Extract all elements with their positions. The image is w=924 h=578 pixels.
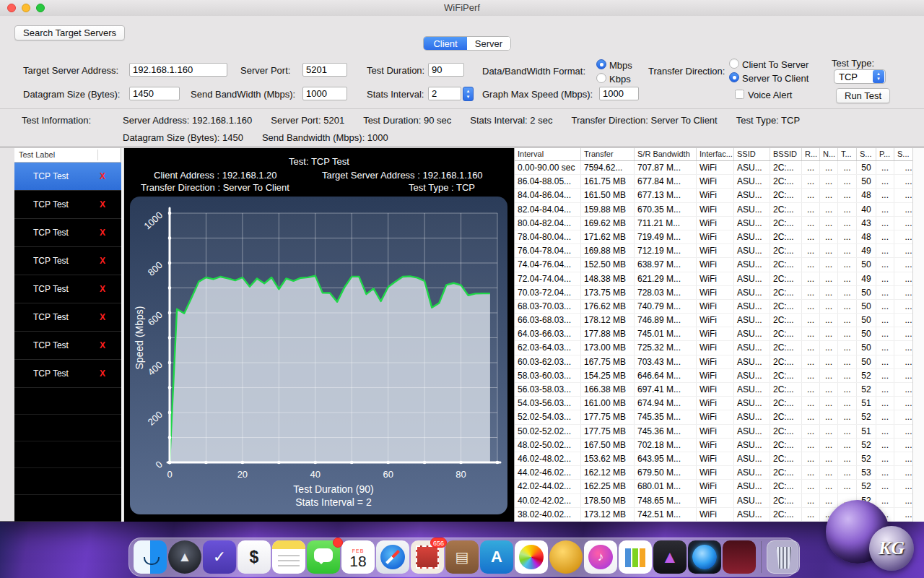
run-test-button[interactable]: Run Test: [836, 88, 890, 103]
table-row[interactable]: 72.04-74.04...148.38 MB621.29 M...WiFiAS…: [515, 272, 912, 286]
radio-mbps[interactable]: [596, 59, 606, 69]
delete-test-x[interactable]: X: [100, 368, 105, 379]
stats-interval-stepper[interactable]: ▲▼: [463, 87, 474, 101]
table-row[interactable]: 60.03-62.03...167.75 MB703.43 M...WiFiAS…: [515, 355, 912, 369]
table-row[interactable]: 42.02-44.02...162.25 MB680.01 M...WiFiAS…: [515, 480, 912, 493]
dock-stamp-app-icon[interactable]: 656: [411, 540, 444, 574]
dock-calendar-icon[interactable]: FEB18: [341, 540, 375, 574]
table-row[interactable]: 86.04-88.05...161.75 MB677.84 M...WiFiAS…: [515, 175, 912, 189]
column-header[interactable]: S...: [894, 148, 912, 160]
table-row[interactable]: 76.04-78.04...169.88 MB712.19 M...WiFiAS…: [515, 244, 912, 258]
dock-finance-app-icon[interactable]: $: [237, 540, 271, 574]
dock-photos-icon[interactable]: [515, 540, 548, 574]
test-list-item[interactable]: TCP TestX: [14, 303, 121, 332]
voice-alert-checkbox[interactable]: [735, 90, 744, 99]
table-row[interactable]: 80.04-82.04...169.62 MB711.21 M...WiFiAS…: [515, 217, 912, 230]
column-header[interactable]: Interfac...: [697, 148, 734, 160]
column-header[interactable]: T...: [838, 148, 857, 160]
dock-books-app-icon[interactable]: ▤: [445, 540, 479, 574]
table-cell: WiFi: [697, 466, 734, 479]
dock-music-app-icon[interactable]: ♪: [584, 540, 617, 574]
column-header[interactable]: R...: [802, 148, 820, 160]
table-row[interactable]: 48.02-50.02...167.50 MB702.18 M...WiFiAS…: [515, 439, 912, 452]
target-server-address-input[interactable]: [129, 63, 227, 77]
column-header[interactable]: S/R Bandwidth: [635, 148, 697, 160]
dock-prism-app-icon[interactable]: ▲: [653, 540, 687, 574]
delete-test-x[interactable]: X: [100, 312, 105, 322]
radio-client-to-server[interactable]: [729, 59, 739, 69]
table-row[interactable]: 62.03-64.03...173.00 MB725.32 M...WiFiAS…: [515, 341, 912, 355]
radio-server-to-client[interactable]: [729, 72, 739, 82]
table-row[interactable]: 54.03-56.03...161.00 MB674.94 M...WiFiAS…: [515, 397, 912, 410]
test-list-item[interactable]: TCP TestX: [14, 191, 121, 219]
table-row[interactable]: 84.04-86.04...161.50 MB677.13 M...WiFiAS…: [515, 189, 912, 202]
stats-interval-input[interactable]: [428, 87, 461, 100]
datagram-size-input[interactable]: [129, 87, 180, 100]
dock-gold-app-icon[interactable]: [549, 540, 583, 574]
dock-notes-app-icon[interactable]: [272, 540, 305, 574]
table-cell: ...: [802, 341, 820, 354]
table-cell: 48: [857, 230, 876, 243]
table-row[interactable]: 52.02-54.03...177.75 MB745.35 M...WiFiAS…: [515, 410, 912, 424]
column-header[interactable]: N...: [820, 148, 838, 160]
test-list-item[interactable]: TCP TestX: [14, 219, 121, 247]
column-header[interactable]: SSID: [734, 148, 770, 160]
dock-tasks-app-icon[interactable]: ✓: [203, 540, 236, 574]
delete-test-x[interactable]: X: [100, 171, 105, 181]
delete-test-x[interactable]: X: [100, 340, 105, 350]
table-cell: 56.03-58.03...: [515, 383, 581, 396]
dock-safari-icon[interactable]: [376, 540, 409, 574]
table-row[interactable]: 50.02-52.02...177.75 MB745.36 M...WiFiAS…: [515, 425, 912, 439]
test-list-item[interactable]: TCP TestX: [14, 275, 121, 303]
table-row[interactable]: 82.04-84.04...159.88 MB670.35 M...WiFiAS…: [515, 203, 912, 217]
test-list-item[interactable]: TCP TestX: [14, 163, 121, 191]
test-list-item[interactable]: TCP TestX: [14, 360, 121, 388]
test-list-item[interactable]: TCP TestX: [14, 332, 121, 360]
dock-rocket-app-icon[interactable]: ▲: [168, 540, 201, 574]
table-row[interactable]: 70.03-72.04...173.75 MB728.03 M...WiFiAS…: [515, 286, 912, 300]
delete-test-x[interactable]: X: [100, 228, 105, 238]
table-row[interactable]: 46.02-48.02...153.62 MB643.95 M...WiFiAS…: [515, 452, 912, 466]
table-cell: 2C:...: [770, 300, 802, 313]
dock-trash-icon[interactable]: [767, 540, 800, 574]
dock-finder-icon[interactable]: [134, 540, 167, 574]
table-row[interactable]: 74.04-76.04...152.50 MB638.97 M...WiFiAS…: [515, 258, 912, 272]
table-cell: ...: [876, 286, 894, 299]
test-duration-input[interactable]: [428, 63, 464, 77]
column-header[interactable]: P...: [876, 148, 894, 160]
table-row[interactable]: 64.03-66.03...177.88 MB745.01 M...WiFiAS…: [515, 327, 912, 341]
table-row[interactable]: 58.03-60.03...154.25 MB646.64 M...WiFiAS…: [515, 369, 912, 383]
test-list-header[interactable]: Test Label: [14, 148, 121, 163]
dock-charts-app-icon[interactable]: [619, 540, 652, 574]
dock-blue-app-icon[interactable]: A: [480, 540, 513, 574]
test-list-item[interactable]: TCP TestX: [14, 247, 121, 275]
delete-test-x[interactable]: X: [100, 284, 105, 294]
send-bandwidth-input[interactable]: [302, 87, 347, 100]
radio-kbps[interactable]: [596, 73, 606, 83]
column-header[interactable]: BSSID: [770, 148, 802, 160]
column-header[interactable]: Interval: [515, 148, 581, 160]
search-target-servers-button[interactable]: Search Target Servers: [14, 25, 125, 40]
dock-wifiperf-icon[interactable]: [688, 540, 721, 574]
column-header[interactable]: Transfer: [581, 148, 635, 160]
titlebar[interactable]: WiFiPerf: [0, 0, 924, 16]
tab-client[interactable]: Client: [424, 37, 467, 50]
dock-messages-icon[interactable]: [307, 540, 340, 574]
table-cell: 52: [857, 480, 876, 493]
delete-test-x[interactable]: X: [100, 199, 105, 210]
table-scrollbar[interactable]: [912, 148, 924, 522]
table-row[interactable]: 66.03-68.03...178.12 MB746.89 M...WiFiAS…: [515, 314, 912, 327]
table-cell: ...: [838, 397, 857, 410]
column-header[interactable]: S...: [857, 148, 876, 160]
graph-max-speed-input[interactable]: [599, 87, 639, 100]
table-row[interactable]: 56.03-58.03...166.38 MB697.41 M...WiFiAS…: [515, 383, 912, 397]
dock-video-app-icon[interactable]: [723, 540, 756, 574]
table-row[interactable]: 0.00-90.00 sec7594.62...707.87 M...WiFiA…: [515, 161, 912, 175]
delete-test-x[interactable]: X: [100, 256, 105, 266]
server-port-input[interactable]: [302, 63, 347, 77]
table-row[interactable]: 44.02-46.02...162.12 MB679.50 M...WiFiAS…: [515, 466, 912, 480]
test-type-select[interactable]: TCP ▲▼: [834, 69, 886, 84]
table-row[interactable]: 78.04-80.04...171.62 MB719.49 M...WiFiAS…: [515, 230, 912, 244]
table-row[interactable]: 68.03-70.03...176.62 MB740.79 M...WiFiAS…: [515, 300, 912, 314]
tab-server[interactable]: Server: [467, 37, 510, 50]
